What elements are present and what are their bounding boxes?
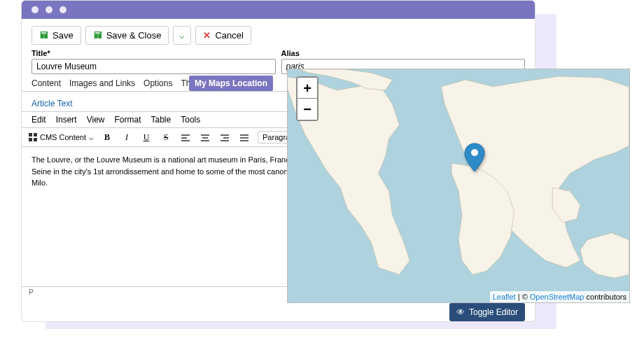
save-close-label: Save & Close	[106, 30, 162, 41]
align-justify-button[interactable]	[238, 132, 251, 142]
zoom-control: + −	[296, 76, 318, 121]
title-input[interactable]	[31, 59, 276, 74]
map-marker[interactable]	[464, 143, 485, 175]
save-icon: 🖬	[93, 30, 102, 41]
menu-table[interactable]: Table	[151, 115, 172, 125]
window-dot	[59, 6, 66, 13]
cms-content-button[interactable]: CMS Content ⌵	[29, 133, 94, 142]
align-right-button[interactable]	[218, 132, 231, 142]
menu-view[interactable]: View	[87, 115, 105, 125]
map-canvas[interactable]	[288, 69, 629, 302]
save-icon: 🖬	[39, 30, 48, 41]
save-button[interactable]: 🖬 Save	[31, 26, 81, 45]
save-label: Save	[52, 30, 74, 41]
tab-content[interactable]: Content	[31, 78, 61, 88]
strike-button[interactable]: S	[160, 132, 172, 143]
window-dot	[46, 6, 52, 13]
menu-format[interactable]: Format	[115, 115, 141, 125]
action-toolbar: 🖬 Save 🖬 Save & Close ⌵ ✕ Cancel	[22, 19, 535, 49]
svg-rect-3	[34, 138, 37, 141]
chevron-down-icon: ⌵	[179, 30, 185, 41]
align-center-button[interactable]	[199, 132, 211, 142]
underline-button[interactable]: U	[140, 132, 153, 143]
svg-rect-1	[34, 133, 37, 136]
tab-images-links[interactable]: Images and Links	[69, 78, 135, 88]
zoom-in-button[interactable]: +	[298, 78, 317, 99]
alias-label: Alias	[281, 49, 526, 57]
toggle-editor-button[interactable]: 👁 Toggle Editor	[449, 303, 525, 321]
close-icon: ✕	[203, 30, 211, 41]
window-titlebar	[22, 1, 535, 19]
menu-tools[interactable]: Tools	[181, 115, 200, 125]
menu-edit[interactable]: Edit	[31, 115, 46, 125]
zoom-out-button[interactable]: −	[298, 99, 317, 120]
joomla-icon	[29, 133, 37, 141]
maps-location-tooltip: My Maps Location	[189, 76, 273, 91]
eye-icon: 👁	[456, 307, 465, 317]
align-left-button[interactable]	[179, 132, 192, 142]
tab-options[interactable]: Options	[144, 78, 172, 88]
title-label: Title*	[31, 49, 276, 57]
svg-rect-2	[29, 138, 32, 141]
cancel-button[interactable]: ✕ Cancel	[195, 26, 251, 45]
svg-rect-0	[29, 133, 32, 136]
map-panel[interactable]: + − Leaflet | © OpenStreetMap contributo…	[287, 69, 630, 303]
leaflet-link[interactable]: Leaflet	[493, 293, 516, 301]
osm-link[interactable]: OpenStreetMap	[530, 293, 584, 301]
map-attribution: Leaflet | © OpenStreetMap contributors	[490, 291, 629, 302]
save-dropdown-button[interactable]: ⌵	[173, 26, 191, 45]
italic-button[interactable]: I	[120, 132, 133, 143]
chevron-down-icon: ⌵	[89, 133, 94, 142]
save-close-button[interactable]: 🖬 Save & Close	[85, 26, 169, 45]
title-field-group: Title*	[31, 49, 276, 74]
menu-insert[interactable]: Insert	[56, 115, 77, 125]
svg-point-5	[471, 149, 478, 156]
bold-button[interactable]: B	[101, 132, 113, 143]
cancel-label: Cancel	[215, 30, 243, 41]
window-dot	[31, 6, 38, 13]
